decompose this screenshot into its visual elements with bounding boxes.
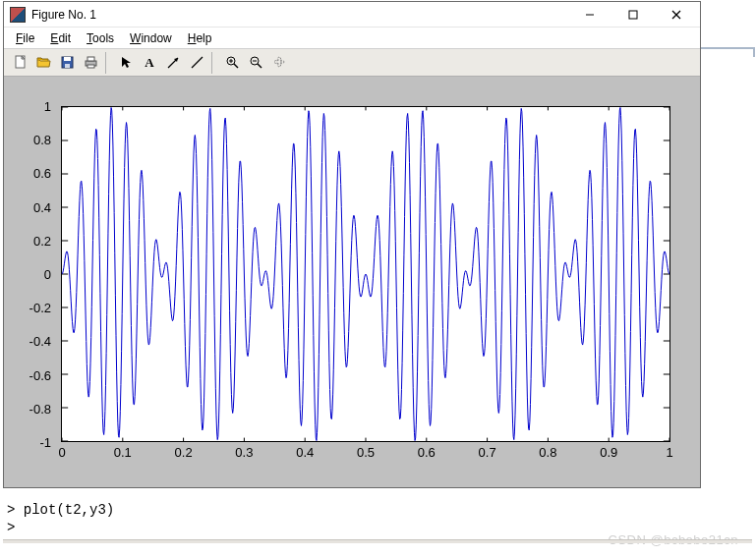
- toolbar-separator-2: [211, 52, 217, 74]
- text-icon[interactable]: A: [139, 52, 160, 74]
- svg-point-20: [274, 60, 284, 64]
- close-button[interactable]: [655, 3, 698, 27]
- x-tick-label: 0.9: [600, 445, 617, 460]
- x-tick-label: 0.2: [175, 445, 193, 460]
- minimize-button[interactable]: [568, 3, 611, 27]
- axes-container: -1-0.8-0.6-0.4-0.200.20.40.60.81 00.10.2…: [14, 86, 690, 477]
- y-tick-label: 0.6: [33, 166, 51, 181]
- toolbar-separator: [105, 52, 111, 74]
- svg-rect-10: [87, 65, 94, 68]
- y-tick-label: 0: [44, 267, 51, 282]
- window-controls: [568, 3, 698, 27]
- zoom-out-icon[interactable]: [245, 52, 266, 74]
- svg-rect-9: [87, 57, 94, 61]
- x-tick-label: 1: [666, 445, 672, 460]
- x-tick-label: 0.1: [114, 445, 132, 460]
- svg-line-18: [258, 64, 262, 68]
- axes[interactable]: 00.10.20.30.40.50.60.70.80.91: [61, 106, 670, 442]
- y-tick-label: -1: [39, 435, 51, 450]
- svg-rect-6: [64, 57, 71, 61]
- titlebar[interactable]: Figure No. 1: [4, 2, 700, 28]
- menu-window[interactable]: Window: [122, 29, 180, 47]
- status-separator: [3, 539, 752, 543]
- open-folder-icon[interactable]: [32, 52, 54, 74]
- window-title: Figure No. 1: [31, 8, 568, 22]
- zoom-in-icon[interactable]: [221, 52, 243, 74]
- x-tick-label: 0.4: [296, 445, 314, 460]
- svg-line-12: [192, 57, 203, 68]
- x-tick-label: 0: [58, 445, 65, 460]
- x-tick-label: 0.8: [539, 445, 556, 460]
- y-tick-label: 0.4: [33, 199, 51, 214]
- y-tick-label: -0.6: [29, 367, 51, 382]
- x-tick-label: 0.5: [357, 445, 375, 460]
- menu-edit[interactable]: Edit: [42, 29, 79, 47]
- arrow-annotation-icon[interactable]: [162, 52, 184, 74]
- x-tick-label: 0.6: [418, 445, 436, 460]
- x-tick-label: 0.7: [479, 445, 496, 460]
- x-tick-label: 0.3: [235, 445, 253, 460]
- svg-rect-1: [629, 11, 637, 19]
- y-tick-label: 0.2: [33, 233, 51, 248]
- y-tick-label: -0.4: [29, 334, 51, 349]
- y-tick-label: -0.2: [29, 301, 51, 315]
- toolbar: A: [4, 49, 700, 77]
- menu-tools[interactable]: Tools: [79, 29, 122, 47]
- x-axis-ticks: 00.10.20.30.40.50.60.70.80.91: [62, 443, 669, 463]
- y-tick-label: 1: [44, 99, 51, 114]
- y-axis-ticks: -1-0.8-0.6-0.4-0.200.20.40.60.81: [14, 86, 61, 477]
- svg-rect-7: [65, 64, 70, 68]
- save-icon[interactable]: [56, 52, 78, 74]
- menu-file[interactable]: File: [8, 29, 42, 47]
- y-tick-label: 0.8: [33, 133, 51, 147]
- maximize-button[interactable]: [611, 3, 655, 27]
- svg-line-14: [234, 64, 238, 68]
- matlab-app-icon: [10, 7, 26, 23]
- background-panel-edge: [700, 47, 755, 57]
- y-tick-label: -0.8: [29, 401, 51, 416]
- command-line-1: > plot(t2,y3): [3, 501, 752, 519]
- menu-help[interactable]: Help: [180, 29, 220, 47]
- menubar: File Edit Tools Window Help: [4, 28, 700, 49]
- figure-area: -1-0.8-0.6-0.4-0.200.20.40.60.81 00.10.2…: [4, 77, 700, 487]
- svg-point-21: [277, 57, 281, 67]
- print-icon[interactable]: [80, 52, 101, 74]
- new-file-icon[interactable]: [9, 52, 30, 74]
- arrow-cursor-icon[interactable]: [115, 52, 137, 74]
- command-window[interactable]: > plot(t2,y3) >: [3, 501, 752, 536]
- figure-window: Figure No. 1 File Edit Tools Window Help…: [3, 1, 701, 488]
- rotate-3d-icon[interactable]: [268, 52, 290, 74]
- line-icon[interactable]: [186, 52, 207, 74]
